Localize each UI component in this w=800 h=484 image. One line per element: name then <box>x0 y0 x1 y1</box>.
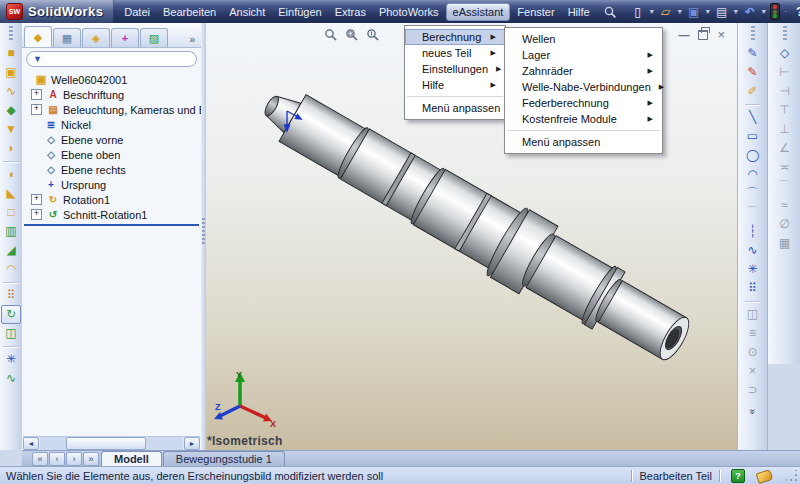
expand-icon[interactable]: + <box>31 209 42 220</box>
trim-entities-icon[interactable]: × <box>743 362 763 381</box>
baseline-dimension-icon[interactable]: ⊥ <box>775 120 795 139</box>
3d-sketch-icon[interactable]: ✎ <box>743 63 763 82</box>
expand-icon[interactable]: + <box>31 194 42 205</box>
extruded-boss-icon[interactable]: ■ <box>1 44 21 63</box>
chamfer-icon[interactable]: ◣ <box>1 184 21 203</box>
nav-next-icon[interactable]: › <box>66 452 82 466</box>
tree-item-beschriftung[interactable]: + A Beschriftung <box>22 87 201 102</box>
centerline-icon[interactable]: ┆ <box>743 222 763 241</box>
stoplight-icon[interactable] <box>770 3 780 20</box>
nav-last-icon[interactable]: » <box>83 452 99 466</box>
menu-bearbeiten[interactable]: Bearbeiten <box>157 3 222 21</box>
quick-tips-icon[interactable]: ? <box>731 469 745 483</box>
extruded-cut-icon[interactable]: ▼ <box>1 120 21 139</box>
mirror-entities-icon[interactable]: ◫ <box>743 305 763 324</box>
submenu-item-federberechnung[interactable]: Federberechnung ▶ <box>505 95 662 111</box>
toolbar-grip[interactable] <box>783 26 787 40</box>
menu-item-berechnung[interactable]: Berechnung ▶ <box>405 29 505 45</box>
filter-input[interactable] <box>46 54 190 65</box>
tab-displaymanager-icon[interactable]: ▨ <box>140 28 168 47</box>
submenu-item-zahnraeder[interactable]: Zahnräder ▶ <box>505 63 662 79</box>
splitter-handle[interactable] <box>202 218 205 246</box>
sketch-icon[interactable]: ✎ <box>743 44 763 63</box>
menu-item-neues-teil[interactable]: neues Teil ▶ <box>405 45 505 61</box>
submenu-item-lager[interactable]: Lager ▶ <box>505 47 662 63</box>
zoom-fit-icon[interactable] <box>324 27 337 45</box>
search-icon[interactable] <box>603 5 617 19</box>
menu-eassistant[interactable]: eAssistant <box>446 3 511 21</box>
angular-dimension-icon[interactable]: ≍ <box>775 158 795 177</box>
offset-entities-icon[interactable]: ≡ <box>743 324 763 343</box>
submenu-item-kostenfreie-module[interactable]: Kostenfreie Module ▶ <box>505 111 662 127</box>
undo-icon[interactable]: ↶ <box>742 4 758 20</box>
rectangle-icon[interactable]: ▭ <box>743 127 763 146</box>
stoplight-caret-icon[interactable]: · <box>782 7 790 16</box>
vertical-dimension-icon[interactable]: ⊣ <box>775 82 795 101</box>
zoom-in-out-icon[interactable] <box>366 27 379 45</box>
menu-datei[interactable]: Datei <box>118 3 156 21</box>
mirror-feature-icon[interactable]: ◫ <box>1 324 21 343</box>
menu-item-menue-anpassen[interactable]: Menü anpassen <box>405 100 505 116</box>
tab-bewegungsstudie[interactable]: Bewegungsstudie 1 <box>163 451 285 467</box>
nav-first-icon[interactable]: « <box>32 452 48 466</box>
circular-pattern-icon[interactable]: ↻ <box>1 305 21 324</box>
convert-entities-icon[interactable]: ⊙ <box>743 343 763 362</box>
point-icon[interactable]: ✳ <box>743 260 763 279</box>
tree-root[interactable]: ▣ Welle06042001 <box>22 72 201 87</box>
undo-caret-icon[interactable]: ▾ <box>760 7 768 16</box>
dimension-palette-icon[interactable]: ▦ <box>775 234 795 253</box>
curve-icon[interactable]: ∿ <box>1 369 21 388</box>
tree-item-ursprung[interactable]: + Ursprung <box>22 177 201 192</box>
submenu-item-wellen[interactable]: Wellen <box>505 31 662 47</box>
scroll-thumb[interactable] <box>66 437 147 450</box>
help-icon[interactable]: ? <box>792 4 800 20</box>
expand-icon[interactable]: + <box>31 104 42 115</box>
tag-icon[interactable] <box>756 468 774 483</box>
reference-geometry-icon[interactable]: ✳ <box>1 350 21 369</box>
new-document-icon[interactable]: ▯ <box>630 4 646 20</box>
tree-item-schnitt-rotation1[interactable]: + ↺ Schnitt-Rotation1 <box>22 207 201 222</box>
swept-boss-icon[interactable]: ∿ <box>1 82 21 101</box>
ordinate-dimension-icon[interactable]: ⊤ <box>775 101 795 120</box>
tree-item-ebene-oben[interactable]: ◇ Ebene oben <box>22 147 201 162</box>
submenu-item-menue-anpassen[interactable]: Menü anpassen <box>505 134 662 150</box>
scroll-right-icon[interactable]: ► <box>184 437 200 450</box>
menu-photoworks[interactable]: PhotoWorks <box>373 3 445 21</box>
toolbar-grip[interactable] <box>9 26 13 40</box>
centerpoint-arc-icon[interactable]: ◠ <box>743 165 763 184</box>
tree-item-nickel[interactable]: ≣ Nickel <box>22 117 201 132</box>
resize-grip[interactable] <box>786 470 798 482</box>
dome-icon[interactable]: ◠ <box>1 260 21 279</box>
new-caret-icon[interactable]: ▾ <box>648 7 656 16</box>
tab-modell[interactable]: Modell <box>101 451 162 467</box>
tree-item-rotation1[interactable]: + ↻ Rotation1 <box>22 192 201 207</box>
shell-icon[interactable]: □ <box>1 203 21 222</box>
save-caret-icon[interactable]: ▾ <box>704 7 712 16</box>
smart-dimension-icon[interactable]: ◇ <box>775 44 795 63</box>
save-icon[interactable]: ▣ <box>686 4 702 20</box>
chamfer-dimension-icon[interactable]: ∠ <box>775 139 795 158</box>
menu-item-einstellungen[interactable]: Einstellungen ▶ <box>405 61 505 77</box>
linear-sketch-pattern-icon[interactable]: ⠿ <box>743 279 763 298</box>
tab-dimxpertmanager-icon[interactable]: + <box>111 28 139 47</box>
extend-entities-icon[interactable]: ⊃ <box>743 381 763 400</box>
circle-icon[interactable]: ◯ <box>743 146 763 165</box>
draft-icon[interactable]: ◢ <box>1 241 21 260</box>
modify-sketch-icon[interactable]: ✐ <box>743 82 763 101</box>
panel-tabs-overflow-icon[interactable]: » <box>189 34 199 47</box>
tab-propertymanager-icon[interactable]: ▦ <box>53 28 81 47</box>
menu-einfuegen[interactable]: Einfügen <box>272 3 327 21</box>
revolved-boss-icon[interactable]: ▣ <box>1 63 21 82</box>
tab-configurationmanager-icon[interactable]: ◈ <box>82 28 110 47</box>
fully-define-sketch-icon[interactable]: ≈ <box>775 196 795 215</box>
menu-item-hilfe[interactable]: Hilfe ▶ <box>405 77 505 93</box>
tree-item-ebene-rechts[interactable]: ◇ Ebene rechts <box>22 162 201 177</box>
autodimension-icon[interactable]: ∅ <box>775 215 795 234</box>
doc-close-icon[interactable]: × <box>717 30 725 40</box>
3point-arc-icon[interactable]: ⌒ <box>743 203 763 222</box>
scroll-track[interactable] <box>40 437 183 450</box>
tab-featuremanager-icon[interactable]: ◆ <box>24 26 52 47</box>
revolved-cut-icon[interactable]: ◗ <box>1 139 21 158</box>
doc-restore-icon[interactable] <box>698 30 708 40</box>
menu-fenster[interactable]: Fenster <box>511 3 560 21</box>
